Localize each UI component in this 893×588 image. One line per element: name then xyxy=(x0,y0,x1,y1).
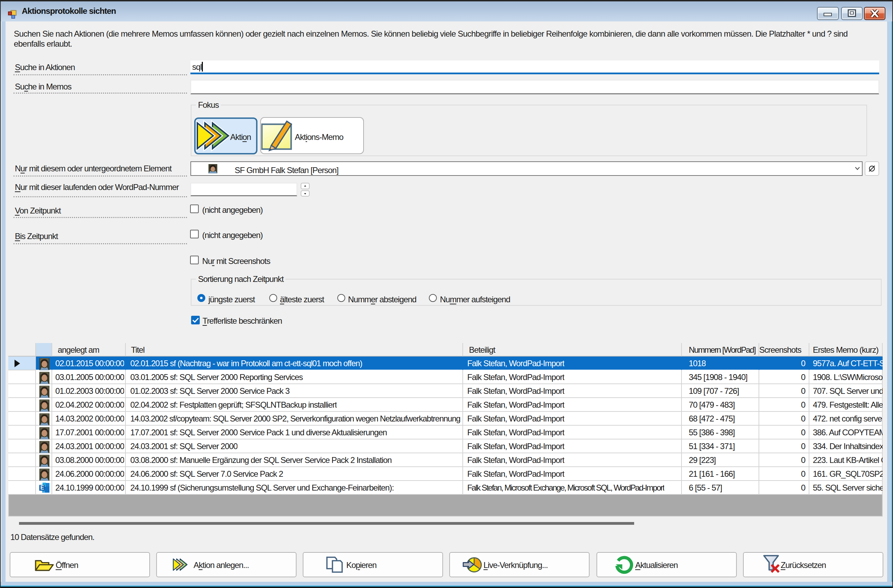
svg-text:E: E xyxy=(41,485,44,490)
